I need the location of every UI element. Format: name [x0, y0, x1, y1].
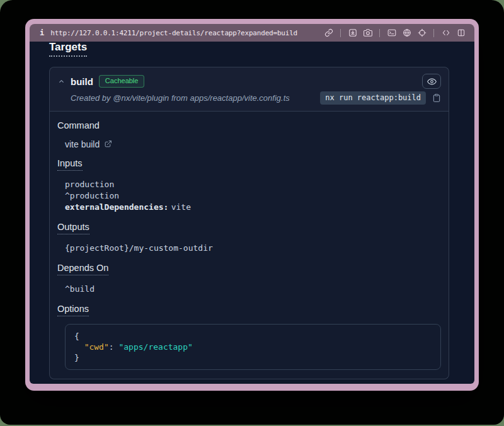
json-property-line: "cwd": "apps/reactapp" — [74, 342, 432, 352]
cacheable-badge[interactable]: Cacheable — [99, 75, 145, 87]
project-details-page: Targets build Cacheable C — [30, 42, 474, 384]
command-value: vite build — [65, 139, 100, 149]
copy-icon[interactable] — [432, 93, 441, 103]
options-json-block: {"cwd": "apps/reactapp"} — [65, 324, 441, 370]
info-icon: i — [40, 28, 44, 37]
link-icon[interactable] — [324, 28, 333, 38]
titlebar-toolbar — [324, 28, 466, 38]
eye-icon — [427, 77, 437, 86]
build-card-header: build Cacheable Created by @nx/vite/plug… — [50, 67, 449, 112]
output-item: {projectRoot}/my-custom-outdir — [65, 243, 441, 254]
toolbar-divider — [433, 29, 434, 37]
created-by-text: Created by @nx/vite/plugin from apps/rea… — [71, 93, 290, 103]
code-brackets-icon[interactable] — [441, 28, 450, 38]
view-in-graph-button[interactable] — [422, 74, 441, 89]
target-name-build[interactable]: build — [71, 76, 93, 87]
target-icon[interactable] — [417, 28, 427, 38]
json-open-brace: { — [74, 331, 432, 342]
input-dep-value: vite — [171, 202, 191, 212]
globe-icon[interactable] — [402, 28, 411, 38]
json-key-cwd: "cwd" — [84, 342, 109, 352]
command-section-label: Command — [57, 120, 100, 130]
json-separator: : — [109, 342, 119, 352]
split-view-icon[interactable] — [456, 28, 466, 38]
url-address[interactable]: http://127.0.0.1:4211/project-details/re… — [50, 29, 297, 37]
options-section-label[interactable]: Options — [57, 304, 89, 316]
inputs-list: production ^production externalDependenc… — [65, 179, 441, 213]
json-value-cwd: "apps/reactapp" — [118, 342, 192, 352]
chevron-up-icon[interactable] — [57, 78, 65, 85]
input-item: ^production — [65, 190, 441, 202]
input-dep-key: externalDependencies: — [65, 202, 168, 212]
page-title: Targets — [49, 42, 87, 57]
target-card-build: build Cacheable Created by @nx/vite/plug… — [49, 67, 449, 379]
json-close-brace: } — [74, 352, 432, 363]
depends-on-list: ^build — [65, 284, 441, 295]
run-command-chip[interactable]: nx run reactapp:build — [320, 91, 426, 105]
toolbar-divider — [379, 29, 380, 37]
outputs-section-label[interactable]: Outputs — [57, 222, 89, 234]
depends-on-item: ^build — [65, 284, 441, 295]
terminal-icon[interactable] — [387, 28, 396, 38]
toolbar-divider — [340, 29, 341, 37]
browser-titlebar: i http://127.0.0.1:4211/project-details/… — [30, 24, 474, 42]
external-link-icon[interactable] — [104, 140, 113, 149]
outputs-list: {projectRoot}/my-custom-outdir — [65, 243, 441, 254]
input-item: externalDependencies:vite — [65, 202, 441, 213]
camera-icon[interactable] — [363, 28, 372, 38]
build-card-body: Command vite build Inputs production ^pr… — [50, 120, 449, 379]
inputs-section-label[interactable]: Inputs — [57, 158, 83, 171]
depends-on-section-label[interactable]: Depends On — [57, 263, 108, 275]
browser-window: i http://127.0.0.1:4211/project-details/… — [25, 19, 479, 391]
input-item: production — [65, 179, 441, 190]
save-capture-icon[interactable] — [348, 28, 357, 38]
